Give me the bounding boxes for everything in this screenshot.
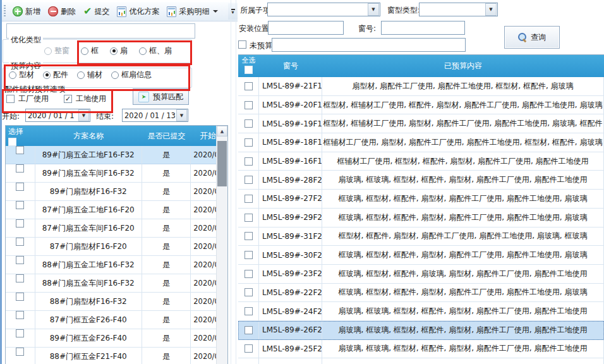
budget-table-row[interactable]: LM5L-89#-16F15框辅材工厂使用, 框型材, 框配件, 扇型材, 扇配… bbox=[238, 152, 604, 171]
budget-table-row[interactable]: LM5L-89#-20F18框型材, 框辅材工厂使用, 框配件, 扇型材, 扇配… bbox=[238, 96, 604, 115]
row-checkbox[interactable] bbox=[245, 82, 253, 90]
plan-table-row[interactable]: 87#门框五金F26-F40是2020/0 bbox=[6, 311, 227, 329]
window-type-dropdown-icon[interactable]: ▼ bbox=[485, 3, 497, 16]
radio-option-budget-content[interactable]: 辅材 bbox=[77, 70, 102, 80]
row-checkbox[interactable] bbox=[245, 195, 253, 203]
row-checkbox[interactable] bbox=[16, 311, 24, 319]
window-no-cell[interactable]: LM5L-89#-26F24 bbox=[259, 321, 322, 340]
plan-name-cell[interactable]: 89#门扇型材F16-F32 bbox=[35, 183, 142, 201]
row-checkbox[interactable] bbox=[245, 214, 253, 222]
window-no-column-header[interactable]: 窗号 bbox=[259, 55, 322, 77]
radio-icon[interactable] bbox=[81, 47, 88, 55]
row-checkbox[interactable] bbox=[16, 348, 24, 356]
purchase-detail-button[interactable]: 采购明细 bbox=[163, 4, 222, 19]
sub-item-dropdown-icon[interactable]: ▼ bbox=[368, 3, 379, 16]
budget-table-row[interactable]: LM5L-89#-22F20框玻璃, 框型材, 框配件, 扇型材, 扇配件工厂使… bbox=[238, 284, 604, 303]
optimize-plan-button[interactable]: 优化方案 bbox=[113, 4, 163, 19]
row-checkbox[interactable] bbox=[16, 329, 24, 337]
checkbox-icon[interactable] bbox=[6, 95, 15, 103]
row-checkbox[interactable] bbox=[16, 293, 24, 301]
plan-table-row[interactable]: 88#门框五金F21-F40是2020/0 bbox=[6, 348, 227, 364]
radio-icon[interactable] bbox=[43, 71, 51, 79]
plan-name-cell[interactable]: 88#门扇型材F16-F32 bbox=[35, 293, 142, 311]
plan-table-scrollbar[interactable]: ▲ bbox=[216, 126, 227, 364]
no-budget-checkbox[interactable] bbox=[238, 40, 246, 49]
window-no-cell[interactable]: LM5L-89#-18F16 bbox=[259, 133, 322, 152]
window-no-cell[interactable]: LM5L-89#-28F26 bbox=[259, 171, 322, 190]
plan-name-cell[interactable]: 89#门框五金F26-F40 bbox=[35, 329, 142, 348]
window-no-cell[interactable]: LM5L-89#-21F19 bbox=[259, 77, 322, 96]
window-no-cell[interactable]: LM5L-89#-29F27 bbox=[259, 209, 322, 228]
end-date-dropdown-icon[interactable]: ▼ bbox=[176, 109, 187, 121]
plan-name-cell[interactable]: 87#门扇五金车间F16-F20 bbox=[35, 219, 142, 238]
plan-name-cell[interactable]: 89#门扇五金车间F16-F32 bbox=[35, 164, 142, 183]
start-date-dropdown-icon[interactable]: ▼ bbox=[78, 109, 89, 121]
plan-table-row[interactable]: 88#门扇型材F16-F32是2020/0 bbox=[6, 293, 227, 311]
plan-table-row[interactable]: 89#门扇五金工地F16-F32是2020/0 bbox=[6, 146, 227, 164]
plan-table-row[interactable]: 87#门扇五金车间F16-F20是2020/0 bbox=[6, 219, 227, 238]
row-checkbox[interactable] bbox=[245, 288, 253, 296]
budget-table-row[interactable]: LM5L-89#-30F28框玻璃, 框型材, 框配件, 扇型材, 扇配件工厂使… bbox=[238, 246, 604, 265]
scroll-up-icon[interactable]: ▲ bbox=[217, 126, 227, 136]
window-no-cell[interactable]: LM5L-89#-25F23 bbox=[259, 340, 322, 359]
row-checkbox[interactable] bbox=[16, 146, 24, 154]
plan-name-cell[interactable]: 88#门框五金F21-F40 bbox=[35, 348, 142, 364]
window-no-cell[interactable]: LM5L-89#-24F22 bbox=[259, 302, 322, 321]
window-no-cell[interactable]: LM5L-89#-31F29 bbox=[259, 228, 322, 246]
row-checkbox[interactable] bbox=[245, 176, 253, 184]
row-checkbox[interactable] bbox=[16, 256, 24, 264]
plan-name-cell[interactable]: 87#门扇五金工地F16-F20 bbox=[35, 201, 142, 219]
scrollbar-thumb[interactable] bbox=[217, 141, 227, 186]
window-no-cell[interactable]: LM5L-89#-19F17 bbox=[259, 114, 322, 133]
row-checkbox[interactable] bbox=[16, 201, 24, 209]
radio-icon[interactable] bbox=[139, 47, 147, 55]
budget-table-row[interactable]: LM5L-89#-27F25框玻璃, 框型材, 框配件, 扇型材, 扇配件工厂使… bbox=[238, 190, 604, 209]
usage-checkbox-option[interactable]: ✓工地使用 bbox=[64, 94, 106, 104]
budget-table-row[interactable]: LM5L-89#-21F19扇型材, 扇配件工厂使用, 扇配件工地使用, 框型材… bbox=[238, 77, 604, 96]
row-checkbox[interactable] bbox=[245, 232, 253, 240]
budget-table-row[interactable]: LM5L-89#-23F21框玻璃, 框型材, 框配件, 扇玻璃, 扇型材, 扇… bbox=[238, 265, 604, 284]
window-no-cell[interactable]: LM5L-89#-20F18 bbox=[259, 96, 322, 115]
row-checkbox[interactable] bbox=[245, 270, 253, 278]
budget-table-row[interactable]: LM5L-89#-18F16框辅材工厂使用, 扇型材, 扇配件工厂使用, 扇配件… bbox=[238, 133, 604, 152]
plan-table-row[interactable]: 87#门扇型材F16-F20是2020/0 bbox=[6, 238, 227, 256]
plan-name-cell[interactable]: 87#门框五金F26-F40 bbox=[35, 311, 142, 329]
row-checkbox[interactable] bbox=[16, 274, 24, 282]
query-button[interactable]: 查询 bbox=[504, 26, 560, 49]
add-button[interactable]: 新增 bbox=[9, 4, 44, 19]
budget-table-row[interactable]: LM5L-89#-31F29框型材, 框配件, 扇型材, 扇配件工厂使用, 扇配… bbox=[238, 228, 604, 246]
radio-icon[interactable] bbox=[110, 47, 118, 55]
radio-option-budget-content[interactable]: 型材 bbox=[9, 70, 34, 80]
window-no-cell[interactable]: LM5L-89#-30F28 bbox=[259, 246, 322, 265]
row-checkbox[interactable] bbox=[245, 138, 253, 147]
select-all-checkbox[interactable] bbox=[245, 66, 253, 74]
budget-table-row[interactable]: LM5L-89#-25F23扇玻璃, 框玻璃, 框型材, 框配件, 扇型材, 扇… bbox=[238, 340, 604, 359]
window-no-input[interactable] bbox=[381, 21, 465, 35]
checkbox-icon[interactable]: ✓ bbox=[64, 95, 72, 103]
budgeted-column-header[interactable]: 已预算内容 bbox=[322, 55, 604, 77]
window-no-cell[interactable]: LM5L-89#-23F21 bbox=[259, 265, 322, 284]
row-checkbox[interactable] bbox=[245, 326, 253, 334]
plan-name-column-header[interactable]: 方案名称 bbox=[35, 126, 142, 146]
row-checkbox[interactable] bbox=[245, 344, 253, 353]
radio-icon[interactable] bbox=[111, 71, 119, 79]
radio-icon[interactable] bbox=[9, 71, 16, 79]
row-checkbox[interactable] bbox=[245, 307, 253, 315]
window-no-cell[interactable]: LM5L-89#-16F15 bbox=[259, 152, 322, 171]
row-checkbox[interactable] bbox=[245, 251, 253, 259]
plan-table-row[interactable]: 89#门扇型材F16-F32是2020/0 bbox=[6, 183, 227, 201]
plan-table-row[interactable]: 88#门扇五金工地F16-F32是2020/0 bbox=[6, 256, 227, 274]
plan-name-cell[interactable]: 87#门扇型材F16-F20 bbox=[35, 238, 142, 256]
window-no-cell[interactable]: LM5L-89#-22F20 bbox=[259, 284, 322, 303]
plan-name-cell[interactable]: 88#门扇五金工地F16-F32 bbox=[35, 256, 142, 274]
row-checkbox[interactable] bbox=[16, 164, 24, 173]
budget-table-row[interactable]: LM5L-89#-19F17框型材, 框辅材工厂使用, 扇型材, 扇配件工厂使用… bbox=[238, 114, 604, 133]
delete-button[interactable]: 删除 bbox=[44, 4, 80, 19]
window-no-cell[interactable]: LM5L-89#-27F25 bbox=[259, 190, 322, 209]
plan-table-row[interactable]: 88#门扇五金车间F16-F32是2020/0 bbox=[6, 274, 227, 293]
install-position-input[interactable] bbox=[268, 21, 344, 35]
row-checkbox[interactable] bbox=[245, 119, 253, 128]
select-all-checkbox[interactable] bbox=[8, 138, 16, 146]
plan-table-row[interactable]: 87#门扇五金工地F16-F20是2020/0 bbox=[6, 201, 227, 219]
row-checkbox[interactable] bbox=[16, 238, 24, 246]
